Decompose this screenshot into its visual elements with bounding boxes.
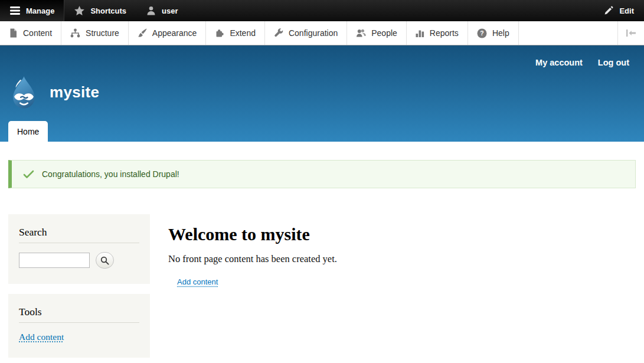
toolbar-item-label: Configuration <box>289 28 338 38</box>
wrench-icon <box>274 28 283 38</box>
toolbar-spacer <box>519 21 617 45</box>
collapse-arrow-icon <box>626 29 636 37</box>
admin-toolbar-bar: Manage Shortcuts user Edit <box>0 0 644 21</box>
search-input[interactable] <box>19 253 90 268</box>
search-form <box>19 252 139 269</box>
site-name[interactable]: mysite <box>50 83 99 102</box>
sitemap-icon <box>70 28 80 38</box>
paintbrush-icon <box>138 28 147 38</box>
content-region: Search Tools Add content Welcome to mysi… <box>8 214 636 363</box>
hamburger-menu-icon <box>10 6 20 15</box>
page-title: Welcome to mysite <box>168 224 337 244</box>
magnifier-icon <box>100 256 109 265</box>
pencil-icon <box>604 6 613 15</box>
shortcuts-label: Shortcuts <box>90 6 126 15</box>
puzzle-icon <box>215 28 224 38</box>
toolbar-item-help[interactable]: ? Help <box>468 21 519 45</box>
toolbar-item-configuration[interactable]: Configuration <box>265 21 347 45</box>
user-label: user <box>162 6 178 15</box>
people-icon <box>356 28 366 38</box>
toolbar-item-label: Extend <box>230 28 256 38</box>
sidebar: Search Tools Add content <box>8 214 150 363</box>
admin-toolbar-tray: Content Structure Appearance Extend Conf… <box>0 21 644 45</box>
tools-block-title: Tools <box>19 306 139 323</box>
status-message-text: Congratulations, you installed Drupal! <box>42 169 179 179</box>
add-content-link[interactable]: Add content <box>177 277 218 286</box>
file-icon <box>9 28 18 38</box>
tools-add-content-link[interactable]: Add content <box>19 332 64 342</box>
my-account-link[interactable]: My account <box>535 58 583 67</box>
bar-chart-icon <box>416 28 424 38</box>
shortcuts-tab[interactable]: Shortcuts <box>64 0 136 21</box>
site-branding: mysite <box>7 76 99 109</box>
help-icon: ? <box>477 28 487 38</box>
toolbar-item-appearance[interactable]: Appearance <box>129 21 207 45</box>
log-out-link[interactable]: Log out <box>598 58 629 67</box>
toolbar-item-reports[interactable]: Reports <box>407 21 468 45</box>
manage-tab[interactable]: Manage <box>0 0 64 21</box>
user-icon <box>146 6 156 15</box>
toolbar-item-extend[interactable]: Extend <box>206 21 265 45</box>
search-button[interactable] <box>96 252 114 269</box>
toolbar-item-label: Content <box>23 28 52 38</box>
manage-label: Manage <box>26 6 54 15</box>
toolbar-item-label: Reports <box>430 28 459 38</box>
star-icon <box>74 6 84 15</box>
edit-label: Edit <box>619 6 634 15</box>
toolbar-item-label: Appearance <box>152 28 197 38</box>
edit-button[interactable]: Edit <box>594 0 644 21</box>
node-links: Add content <box>177 276 337 287</box>
svg-text:?: ? <box>480 30 483 37</box>
search-block-title: Search <box>19 226 139 243</box>
drupal-logo[interactable] <box>7 76 41 109</box>
toolbar-collapse-button[interactable] <box>617 21 644 45</box>
tools-block: Tools Add content <box>8 294 150 358</box>
site-header: My account Log out mysite Home <box>0 45 644 142</box>
toolbar-item-label: Help <box>492 28 509 38</box>
home-tab[interactable]: Home <box>8 121 48 142</box>
status-message: Congratulations, you installed Drupal! <box>8 160 636 188</box>
toolbar-item-structure[interactable]: Structure <box>61 21 129 45</box>
secondary-menu: My account Log out <box>535 58 629 67</box>
toolbar-item-content[interactable]: Content <box>0 21 61 45</box>
search-block: Search <box>8 214 150 284</box>
empty-frontpage-text: No front page content has been created y… <box>168 253 337 265</box>
toolbar-item-label: Structure <box>86 28 119 38</box>
checkmark-icon <box>23 170 34 179</box>
toolbar-item-label: People <box>371 28 397 38</box>
toolbar-item-people[interactable]: People <box>347 21 407 45</box>
user-tab[interactable]: user <box>136 0 188 21</box>
main-content: Welcome to mysite No front page content … <box>168 214 337 287</box>
list-item: Add content <box>177 276 337 287</box>
